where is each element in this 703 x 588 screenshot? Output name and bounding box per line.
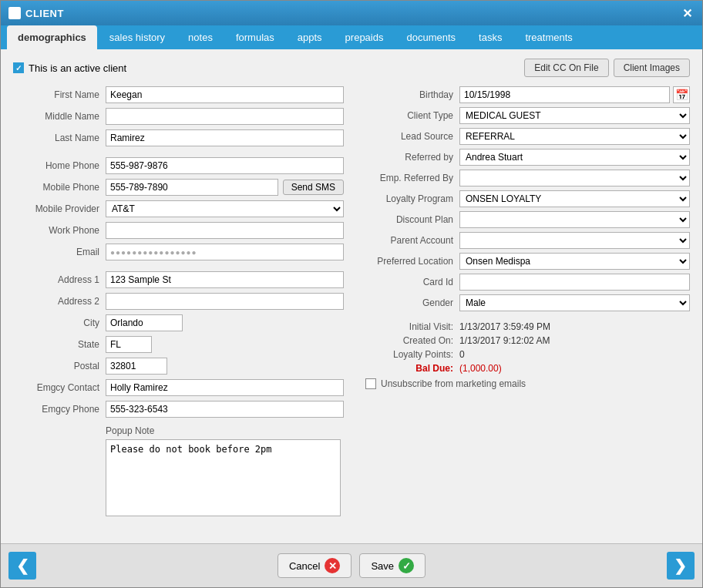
discount-plan-label: Discount Plan: [359, 214, 459, 225]
active-client-row: This is an active client: [13, 62, 126, 74]
mobile-provider-select[interactable]: AT&T Verizon T-Mobile: [106, 200, 344, 217]
tab-tasks[interactable]: tasks: [468, 25, 513, 49]
created-on-label: Created On:: [359, 335, 459, 346]
client-images-button[interactable]: Client Images: [614, 59, 690, 77]
calendar-icon[interactable]: 📅: [673, 86, 690, 103]
close-button[interactable]: ✕: [679, 5, 695, 21]
top-buttons: Edit CC On File Client Images: [524, 59, 690, 77]
tab-documents[interactable]: documents: [395, 25, 466, 49]
bal-due-row: Bal Due: (1,000.00): [359, 363, 690, 374]
referred-by-row: Referred by Andrea Stuart: [359, 149, 690, 166]
loyalty-program-select[interactable]: ONSEN LOYALTY: [459, 190, 690, 207]
tab-demographics[interactable]: demographics: [7, 25, 97, 49]
left-form: First Name Middle Name Last Name Home Ph…: [13, 86, 344, 519]
birthday-label: Birthday: [359, 89, 459, 100]
first-name-row: First Name: [13, 86, 344, 103]
parent-account-label: Parent Account: [359, 235, 459, 246]
home-phone-input[interactable]: [106, 157, 344, 174]
first-name-label: First Name: [13, 89, 106, 100]
tab-formulas[interactable]: formulas: [225, 25, 285, 49]
window-title: CLIENT: [25, 8, 64, 19]
middle-name-label: Middle Name: [13, 111, 106, 122]
cancel-button[interactable]: Cancel ✕: [278, 553, 352, 578]
state-row: State: [13, 336, 344, 353]
discount-plan-select[interactable]: [459, 211, 690, 228]
address1-row: Address 1: [13, 271, 344, 288]
card-id-input[interactable]: [459, 274, 690, 291]
title-bar: CLIENT ✕: [1, 1, 702, 25]
client-type-select[interactable]: MEDICAL GUEST REGULAR: [459, 107, 690, 124]
tab-treatments[interactable]: treatments: [514, 25, 583, 49]
form-layout: First Name Middle Name Last Name Home Ph…: [13, 86, 690, 519]
parent-account-select[interactable]: [459, 232, 690, 249]
postal-input[interactable]: [106, 358, 167, 375]
parent-account-row: Parent Account: [359, 232, 690, 249]
bottom-center-buttons: Cancel ✕ Save ✓: [278, 553, 426, 578]
popup-note-textarea[interactable]: Please do not book before 2pm: [106, 439, 341, 516]
save-button[interactable]: Save ✓: [359, 553, 426, 578]
prev-button[interactable]: ❮: [8, 552, 36, 580]
edit-cc-button[interactable]: Edit CC On File: [524, 59, 608, 77]
emgcy-contact-input[interactable]: [106, 379, 344, 396]
app-icon: [8, 7, 21, 19]
unsubscribe-label: Unsubscribe from marketing emails: [381, 378, 526, 389]
city-row: City: [13, 314, 344, 331]
state-input[interactable]: [106, 336, 152, 353]
emgcy-contact-row: Emgcy Contact: [13, 379, 344, 396]
popup-note-label: Popup Note: [106, 425, 344, 436]
mobile-provider-label: Mobile Provider: [13, 203, 106, 214]
client-type-label: Client Type: [359, 110, 459, 121]
top-actions: This is an active client Edit CC On File…: [13, 59, 690, 77]
send-sms-button[interactable]: Send SMS: [283, 180, 344, 195]
loyalty-program-row: Loyalty Program ONSEN LOYALTY: [359, 190, 690, 207]
tab-sales-history[interactable]: sales history: [99, 25, 176, 49]
address2-input[interactable]: [106, 293, 344, 310]
birthday-group: 📅: [459, 86, 690, 103]
mobile-phone-label: Mobile Phone: [13, 182, 106, 193]
city-input[interactable]: [106, 314, 183, 331]
unsubscribe-row: Unsubscribe from marketing emails: [365, 378, 690, 389]
mobile-phone-input[interactable]: [106, 179, 278, 196]
initial-visit-label: Initial Visit:: [359, 321, 459, 332]
mobile-phone-group: Send SMS: [106, 179, 344, 196]
lead-source-select[interactable]: REFERRAL WALK-IN ONLINE: [459, 128, 690, 145]
gender-select[interactable]: Male Female Other: [459, 294, 690, 311]
save-label: Save: [371, 560, 394, 572]
email-input[interactable]: [106, 244, 344, 260]
loyalty-program-label: Loyalty Program: [359, 193, 459, 204]
birthday-input[interactable]: [459, 86, 670, 103]
emgcy-phone-input[interactable]: [106, 401, 344, 418]
work-phone-input[interactable]: [106, 222, 344, 239]
client-window: CLIENT ✕ demographics sales history note…: [0, 0, 703, 588]
unsubscribe-checkbox[interactable]: [365, 378, 376, 389]
title-bar-left: CLIENT: [8, 7, 64, 19]
card-id-row: Card Id: [359, 274, 690, 291]
loyalty-points-row: Loyalty Points: 0: [359, 349, 690, 360]
middle-name-input[interactable]: [106, 108, 344, 125]
next-button[interactable]: ❯: [667, 552, 695, 580]
last-name-input[interactable]: [106, 129, 344, 146]
last-name-label: Last Name: [13, 133, 106, 143]
work-phone-label: Work Phone: [13, 225, 106, 236]
first-name-input[interactable]: [106, 86, 344, 103]
bal-due-value: (1,000.00): [459, 363, 502, 374]
tab-appts[interactable]: appts: [287, 25, 333, 49]
referred-by-select[interactable]: Andrea Stuart: [459, 149, 690, 166]
emp-referred-select[interactable]: [459, 170, 690, 186]
mobile-provider-row: Mobile Provider AT&T Verizon T-Mobile: [13, 200, 344, 217]
address2-label: Address 2: [13, 296, 106, 307]
tab-prepaids[interactable]: prepaids: [335, 25, 395, 49]
last-name-row: Last Name: [13, 129, 344, 146]
postal-label: Postal: [13, 361, 106, 371]
lead-source-label: Lead Source: [359, 131, 459, 142]
created-on-value: 1/13/2017 9:12:02 AM: [459, 335, 550, 346]
active-client-checkbox[interactable]: [13, 62, 24, 73]
active-client-label: This is an active client: [29, 62, 126, 74]
tab-bar: demographics sales history notes formula…: [1, 25, 702, 49]
tab-notes[interactable]: notes: [177, 25, 224, 49]
save-icon: ✓: [399, 558, 414, 573]
address1-input[interactable]: [106, 271, 344, 288]
emgcy-phone-label: Emgcy Phone: [13, 404, 106, 415]
preferred-location-select[interactable]: Onsen Medispa: [459, 253, 690, 270]
mobile-phone-row: Mobile Phone Send SMS: [13, 179, 344, 196]
